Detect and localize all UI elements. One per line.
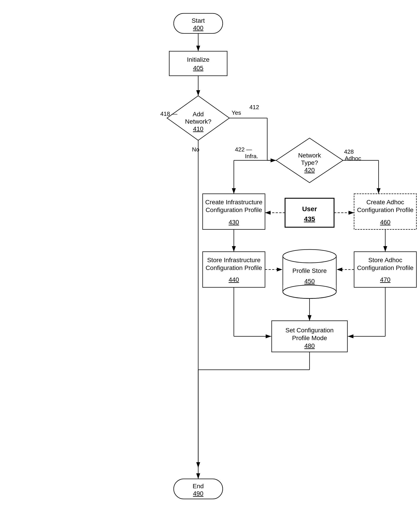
ref-428: 428 <box>344 148 354 155</box>
initialize-label: Initialize <box>187 56 209 63</box>
end-label: End <box>193 483 204 490</box>
create-infra-label2: Configuration Profile <box>205 206 262 213</box>
store-infra-label2: Configuration Profile <box>205 264 262 271</box>
start-id: 400 <box>193 25 204 31</box>
set-config-label2: Profile Mode <box>292 335 327 341</box>
user-label: User <box>302 205 317 213</box>
profile-store-label1: Profile Store <box>292 267 327 274</box>
profile-store-cover <box>283 285 336 292</box>
yes-label: Yes <box>232 109 241 116</box>
start-label: Start <box>192 17 205 24</box>
create-infra-label1: Create Infrastructure <box>205 199 262 206</box>
add-network-id: 410 <box>193 125 204 132</box>
user-id: 435 <box>304 215 315 223</box>
ref-418: 418 — <box>160 111 177 117</box>
initialize-id: 405 <box>193 65 204 72</box>
store-adhoc-label2: Configuration Profile <box>357 264 413 271</box>
create-adhoc-label1: Create Adhoc <box>366 199 404 206</box>
initialize-node <box>169 51 227 76</box>
network-type-id: 420 <box>304 167 315 174</box>
create-adhoc-id: 460 <box>380 219 391 226</box>
infra-label: Infra. <box>245 153 258 159</box>
store-adhoc-id: 470 <box>380 276 391 283</box>
ref-422: 422 — <box>235 146 252 153</box>
add-network-label: Add <box>193 111 204 118</box>
create-infra-id: 430 <box>229 219 239 226</box>
no-label: No <box>192 146 199 153</box>
set-config-id: 480 <box>304 342 315 349</box>
store-adhoc-label1: Store Adhoc <box>368 257 402 263</box>
create-adhoc-label2: Configuration Profile <box>357 206 413 213</box>
set-config-label1: Set Configuration <box>286 327 334 334</box>
end-id: 490 <box>193 490 204 497</box>
flowchart-diagram: Start 400 Initialize 405 Add Network? 41… <box>0 0 420 525</box>
store-infra-id: 440 <box>229 276 239 283</box>
add-network-label2: Network? <box>185 118 211 125</box>
user-node <box>285 198 334 227</box>
store-infra-label1: Store Infrastructure <box>207 257 261 263</box>
network-type-label2: Type? <box>301 159 318 166</box>
ref-412: 412 <box>249 104 259 111</box>
network-type-label: Network <box>298 152 321 159</box>
adhoc-label: Adhoc <box>345 155 361 162</box>
profile-store-top <box>283 249 336 263</box>
profile-store-id: 450 <box>304 278 315 285</box>
